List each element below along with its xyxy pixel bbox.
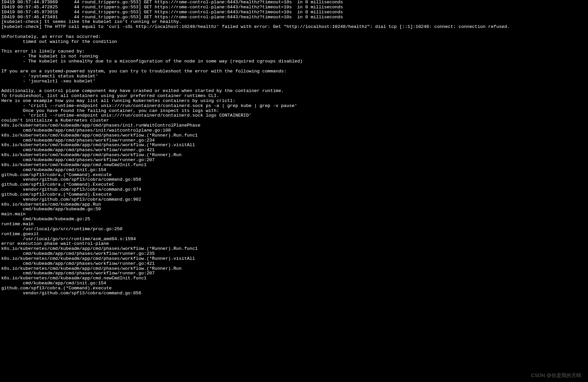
terminal-output[interactable]: I0419 00:57:44.973069 44 round_trippers.… bbox=[1, 0, 587, 296]
watermark-text: CSDN @你是我的天晴 bbox=[531, 373, 581, 378]
